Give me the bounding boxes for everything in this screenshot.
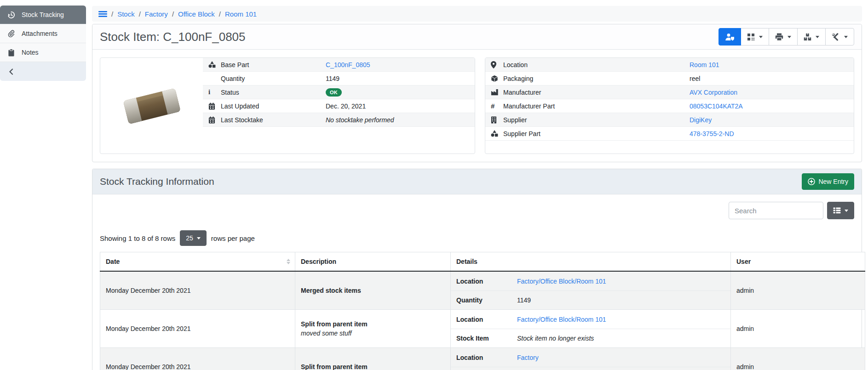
new-entry-button[interactable]: New Entry [802, 173, 854, 190]
sidebar-item-stock-tracking[interactable]: Stock Tracking [0, 6, 86, 24]
cell-user: admin [731, 310, 865, 348]
cell-date: Monday December 20th 2021 [100, 310, 295, 348]
detail-label: Manufacturer Part [503, 102, 690, 110]
breadcrumb-link-factory[interactable]: Factory [145, 10, 168, 18]
paperclip-icon [6, 30, 16, 38]
page-size-value: 25 [186, 234, 193, 242]
info-icon: i [208, 88, 221, 96]
table-row: Monday December 20th 2021 Merged stock i… [100, 271, 865, 310]
industry-icon [491, 89, 503, 96]
breadcrumb-separator: / [111, 10, 113, 18]
supplier-part-link[interactable]: 478-3755-2-ND [690, 130, 734, 137]
menu-icon[interactable] [98, 11, 107, 17]
detail-sub-row: Quantity 1149 [451, 290, 730, 309]
stock-item-details: Base Part C_100nF_0805 Quantity 1149 i S… [92, 50, 862, 162]
chevron-left-icon [6, 68, 16, 75]
detail-label: Supplier [503, 116, 690, 124]
printer-icon [775, 33, 783, 41]
supplier-link[interactable]: DigiKey [690, 116, 712, 124]
breadcrumb-separator: / [172, 10, 174, 18]
stock-item-panel-header: Stock Item: C_100nF_0805 [92, 24, 862, 50]
cell-user: admin [731, 271, 865, 310]
manufacturer-part-link[interactable]: 08053C104KAT2A [690, 102, 743, 110]
detail-row-location: Location Room 101 [485, 58, 854, 72]
detail-location-link[interactable]: Factory [517, 354, 539, 361]
detail-row-last-updated: Last Updated Dec. 20, 2021 [203, 99, 475, 113]
box-icon [491, 75, 503, 82]
stock-tracking-panel: Stock Tracking Information New Entry [92, 169, 862, 370]
sidebar-item-attachments[interactable]: Attachments [0, 24, 86, 43]
column-settings-button[interactable] [827, 202, 854, 219]
detail-sub-row: Stock Item Stock item no longer exists [451, 367, 730, 370]
barcode-actions-button[interactable] [741, 28, 769, 46]
detail-location-link[interactable]: Factory/Office Block/Room 101 [517, 278, 606, 285]
stock-actions-button[interactable] [797, 28, 826, 46]
breadcrumb: / Stock / Factory / Office Block / Room … [92, 6, 862, 22]
tools-icon [832, 33, 840, 41]
sidebar-item-notes[interactable]: Notes [0, 43, 86, 62]
admin-view-button[interactable] [719, 28, 741, 46]
detail-row-supplier-part: Supplier Part 478-3755-2-ND [485, 127, 854, 141]
print-actions-button[interactable] [769, 28, 798, 46]
table-controls [100, 202, 854, 219]
sub-label: Location [456, 354, 517, 361]
detail-row-quantity: Quantity 1149 [203, 72, 475, 85]
sub-label: Stock Item [456, 335, 517, 342]
page-size-selector[interactable]: 25 [180, 230, 207, 246]
location-link[interactable]: Room 101 [690, 61, 719, 68]
caret-down-icon [197, 237, 201, 239]
description-text: Split from parent item [301, 363, 445, 370]
cell-description: Split from parent item moved some stuff [295, 310, 451, 348]
search-input[interactable] [729, 202, 823, 219]
manufacturer-link[interactable]: AVX Corporation [690, 89, 737, 96]
sidebar: Stock Tracking Attachments Notes [0, 6, 86, 81]
page-title: Stock Item: C_100nF_0805 [100, 30, 246, 44]
sidebar-collapse-button[interactable] [0, 62, 86, 81]
section-title: Stock Tracking Information [100, 176, 214, 187]
stock-item-detail-card-left: Base Part C_100nF_0805 Quantity 1149 i S… [100, 57, 475, 154]
caret-down-icon [759, 36, 763, 38]
boxes-icon [804, 33, 811, 41]
showing-text: Showing 1 to 8 of 8 rows [100, 234, 175, 242]
main-content: / Stock / Factory / Office Block / Room … [92, 0, 862, 370]
column-header-date[interactable]: Date [100, 252, 295, 272]
detail-label: Supplier Part [503, 130, 690, 137]
sidebar-item-label: Stock Tracking [22, 11, 64, 18]
description-text: Merged stock items [301, 287, 445, 294]
cell-details: Location Factory Stock Item Stock item n… [451, 348, 731, 370]
detail-label: Base Part [221, 61, 326, 68]
cell-details: Location Factory/Office Block/Room 101 Q… [451, 271, 731, 310]
breadcrumb-link-office-block[interactable]: Office Block [178, 10, 215, 18]
detail-label: Last Updated [221, 102, 326, 110]
base-part-link[interactable]: C_100nF_0805 [326, 61, 370, 68]
column-header-label: Description [301, 258, 336, 265]
stock-item-detail-card-right: Location Room 101 Packaging reel [485, 57, 854, 154]
detail-sub-row: Location Factory [451, 348, 730, 367]
sub-label: Location [456, 278, 517, 285]
breadcrumb-separator: / [219, 10, 221, 18]
table-row: Monday December 20th 2021 Split from par… [100, 310, 865, 348]
detail-value: 1149 [517, 296, 531, 304]
breadcrumb-link-stock[interactable]: Stock [117, 10, 135, 18]
cell-user: admin [731, 348, 865, 370]
cell-description: Merged stock items [295, 271, 451, 310]
capacitor-image [115, 80, 189, 131]
qrcode-icon [747, 33, 755, 41]
detail-label: Location [503, 61, 690, 68]
stock-item-panel: Stock Item: C_100nF_0805 [92, 24, 862, 162]
description-note: moved some stuff [301, 330, 445, 337]
detail-row-status: i Status OK [203, 85, 475, 99]
detail-label: Last Stocktake [221, 116, 326, 124]
description-text: Split from parent item [301, 320, 445, 328]
columns-list-icon [833, 207, 841, 214]
hashtag-icon: # [491, 102, 503, 110]
part-thumbnail[interactable] [100, 58, 203, 154]
detail-row-packaging: Packaging reel [485, 72, 854, 85]
column-header-description: Description [295, 252, 451, 272]
detail-location-link[interactable]: Factory/Office Block/Room 101 [517, 316, 606, 323]
breadcrumb-link-room-101[interactable]: Room 101 [225, 10, 257, 18]
stock-item-actions-button[interactable] [825, 28, 854, 46]
caret-down-icon [816, 36, 819, 38]
column-header-user: User [731, 252, 865, 272]
detail-row-last-stocktake: Last Stocktake No stocktake performed [203, 113, 475, 127]
